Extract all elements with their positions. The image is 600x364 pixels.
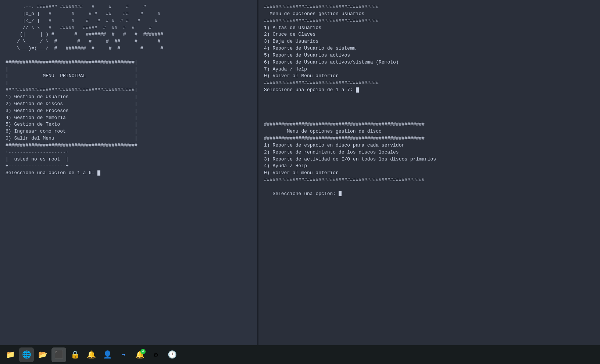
right-bottom-cursor bbox=[339, 191, 342, 196]
notification-icon[interactable]: 🔔 bbox=[84, 347, 99, 362]
badge-green-icon[interactable]: 🔔 4 bbox=[132, 347, 147, 362]
taskbar: 📁 🌐 📂 ⬛ 🔒 🔔 👤 ➡ 🔔 4 ⚙️ 🕐 bbox=[0, 345, 600, 364]
terminal-icon[interactable]: ⬛ bbox=[51, 347, 66, 362]
terminal-left[interactable]: .--. ####### ######## # # # # |o_o | # #… bbox=[0, 0, 257, 345]
network-icon[interactable]: 🔒 bbox=[68, 347, 82, 362]
left-cursor bbox=[97, 170, 100, 176]
left-content: .--. ####### ######## # # # # |o_o | # #… bbox=[6, 4, 163, 176]
clock-icon[interactable]: 🕐 bbox=[165, 347, 179, 362]
settings-icon[interactable]: ⚙️ bbox=[149, 347, 163, 362]
terminal-right[interactable]: ########################################… bbox=[258, 0, 600, 345]
right-content: ########################################… bbox=[264, 4, 436, 197]
user-icon[interactable]: 👤 bbox=[100, 347, 115, 362]
right-top-cursor bbox=[356, 87, 359, 93]
folder-icon[interactable]: 📂 bbox=[35, 347, 50, 362]
terminal-container: .--. ####### ######## # # # # |o_o | # #… bbox=[0, 0, 600, 345]
arrow-icon[interactable]: ➡ bbox=[116, 347, 131, 362]
browser-icon[interactable]: 🌐 bbox=[19, 347, 34, 362]
files-icon[interactable]: 📁 bbox=[3, 347, 18, 362]
